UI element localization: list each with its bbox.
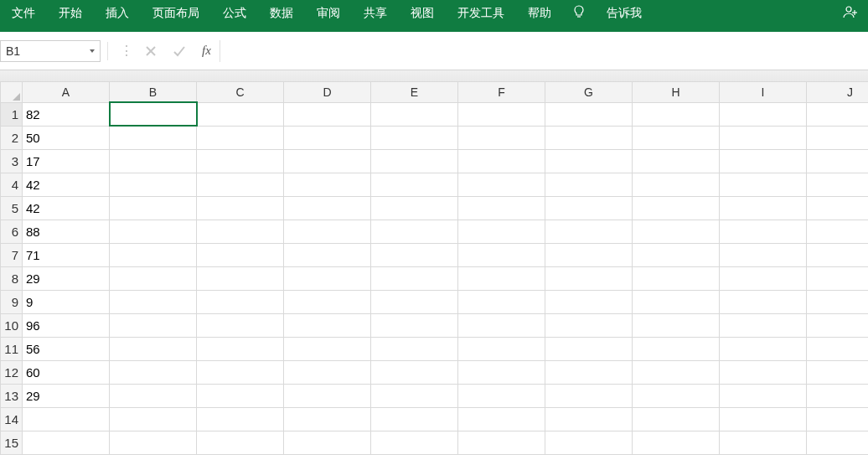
cell-H5[interactable]	[633, 196, 720, 220]
cell-I15[interactable]	[720, 431, 807, 454]
cell-G6[interactable]	[545, 220, 633, 243]
cell-G8[interactable]	[545, 266, 633, 290]
cell-H7[interactable]	[633, 243, 720, 266]
tab-view[interactable]: 视图	[399, 0, 446, 23]
cell-E15[interactable]	[371, 431, 458, 454]
cell-I5[interactable]	[720, 196, 807, 220]
cell-B2[interactable]	[110, 126, 197, 149]
row-header-8[interactable]: 8	[1, 266, 23, 290]
cell-B15[interactable]	[110, 431, 197, 454]
tab-file[interactable]: 文件	[0, 0, 47, 23]
cell-D4[interactable]	[284, 173, 371, 196]
cell-I1[interactable]	[720, 102, 807, 126]
cell-C2[interactable]	[197, 126, 284, 149]
tab-insert[interactable]: 插入	[94, 0, 141, 23]
cell-C10[interactable]	[197, 313, 284, 337]
col-header-I[interactable]: I	[720, 82, 807, 102]
cell-H11[interactable]	[633, 337, 720, 360]
cell-A1[interactable]: 82	[23, 102, 110, 126]
cell-F14[interactable]	[458, 407, 545, 431]
cell-I4[interactable]	[720, 173, 807, 196]
cell-I7[interactable]	[720, 243, 807, 266]
cell-J5[interactable]	[807, 196, 869, 220]
cell-B9[interactable]	[110, 290, 197, 313]
row-header-3[interactable]: 3	[1, 149, 23, 173]
tab-developer[interactable]: 开发工具	[446, 0, 516, 23]
cell-E3[interactable]	[371, 149, 458, 173]
cell-B13[interactable]	[110, 384, 197, 407]
cell-F4[interactable]	[458, 173, 545, 196]
cell-J4[interactable]	[807, 173, 869, 196]
tab-share[interactable]: 共享	[352, 0, 399, 23]
cell-C3[interactable]	[197, 149, 284, 173]
cell-F6[interactable]	[458, 220, 545, 243]
cell-I12[interactable]	[720, 360, 807, 384]
cell-E6[interactable]	[371, 220, 458, 243]
cell-A12[interactable]: 60	[23, 360, 110, 384]
cell-I8[interactable]	[720, 266, 807, 290]
tab-formula[interactable]: 公式	[211, 0, 258, 23]
col-header-C[interactable]: C	[197, 82, 284, 102]
cell-F2[interactable]	[458, 126, 545, 149]
cell-J2[interactable]	[807, 126, 869, 149]
cell-B7[interactable]	[110, 243, 197, 266]
cell-G1[interactable]	[545, 102, 633, 126]
cell-E2[interactable]	[371, 126, 458, 149]
cell-H1[interactable]	[633, 102, 720, 126]
cell-B8[interactable]	[110, 266, 197, 290]
cell-D13[interactable]	[284, 384, 371, 407]
row-header-7[interactable]: 7	[1, 243, 23, 266]
row-header-9[interactable]: 9	[1, 290, 23, 313]
cell-G3[interactable]	[545, 149, 633, 173]
cell-H2[interactable]	[633, 126, 720, 149]
cell-C14[interactable]	[197, 407, 284, 431]
cell-A6[interactable]: 88	[23, 220, 110, 243]
cell-A2[interactable]: 50	[23, 126, 110, 149]
cell-H14[interactable]	[633, 407, 720, 431]
cell-E1[interactable]	[371, 102, 458, 126]
cell-E14[interactable]	[371, 407, 458, 431]
tab-help[interactable]: 帮助	[516, 0, 563, 23]
row-header-14[interactable]: 14	[1, 407, 23, 431]
cell-I2[interactable]	[720, 126, 807, 149]
sheet-grid[interactable]: A B C D E F G H I J 18225031744254268877…	[0, 82, 868, 455]
row-header-6[interactable]: 6	[1, 220, 23, 243]
cell-D11[interactable]	[284, 337, 371, 360]
cell-G15[interactable]	[545, 431, 633, 454]
cell-A8[interactable]: 29	[23, 266, 110, 290]
cell-I3[interactable]	[720, 149, 807, 173]
cell-B10[interactable]	[110, 313, 197, 337]
cell-G5[interactable]	[545, 196, 633, 220]
row-header-13[interactable]: 13	[1, 384, 23, 407]
cell-F7[interactable]	[458, 243, 545, 266]
cell-A15[interactable]	[23, 431, 110, 454]
row-header-10[interactable]: 10	[1, 313, 23, 337]
name-box[interactable]: B1	[0, 40, 101, 62]
cell-J13[interactable]	[807, 384, 869, 407]
cell-D2[interactable]	[284, 126, 371, 149]
cell-G11[interactable]	[545, 337, 633, 360]
row-header-5[interactable]: 5	[1, 196, 23, 220]
cell-G13[interactable]	[545, 384, 633, 407]
col-header-J[interactable]: J	[807, 82, 869, 102]
cell-C13[interactable]	[197, 384, 284, 407]
cell-I14[interactable]	[720, 407, 807, 431]
col-header-H[interactable]: H	[633, 82, 720, 102]
cell-E10[interactable]	[371, 313, 458, 337]
cell-C4[interactable]	[197, 173, 284, 196]
cell-A7[interactable]: 71	[23, 243, 110, 266]
cell-J14[interactable]	[807, 407, 869, 431]
cell-H9[interactable]	[633, 290, 720, 313]
cell-E8[interactable]	[371, 266, 458, 290]
tab-review[interactable]: 审阅	[305, 0, 352, 23]
cell-H8[interactable]	[633, 266, 720, 290]
select-all-corner[interactable]	[1, 82, 23, 102]
cell-G12[interactable]	[545, 360, 633, 384]
cell-B12[interactable]	[110, 360, 197, 384]
cell-I11[interactable]	[720, 337, 807, 360]
cell-G14[interactable]	[545, 407, 633, 431]
cell-A5[interactable]: 42	[23, 196, 110, 220]
cell-E13[interactable]	[371, 384, 458, 407]
cell-J10[interactable]	[807, 313, 869, 337]
cell-J3[interactable]	[807, 149, 869, 173]
